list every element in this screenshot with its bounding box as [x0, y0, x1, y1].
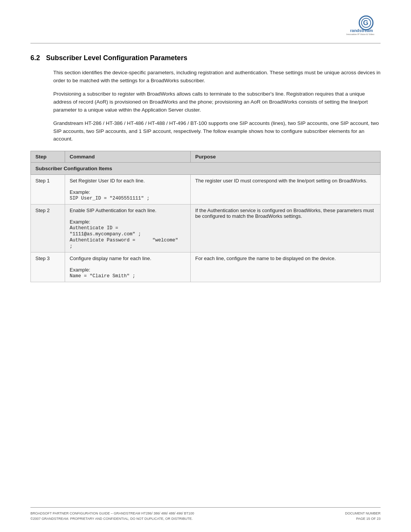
table-section-row: Subscriber Configuration Items	[31, 163, 381, 175]
col-header-purpose: Purpose	[191, 151, 381, 163]
paragraph-1: This section identifies the device-speci…	[53, 69, 381, 85]
step-2-purpose: If the Authentication service is configu…	[191, 204, 381, 252]
step-3-command: Configure display name for each line. Ex…	[65, 252, 191, 282]
section-number: 6.2	[30, 54, 40, 62]
footer-copyright: ©2007 GRANDSTREAM. PROPRIETARY AND CONFI…	[30, 517, 194, 521]
svg-text:Innovative IP Voice & Video: Innovative IP Voice & Video	[346, 33, 374, 35]
header: G randstream Innovative IP Voice & Video	[30, 15, 381, 37]
section-title: Subscriber Level Configuration Parameter…	[46, 54, 187, 62]
col-header-command: Command	[65, 151, 191, 163]
table-row: Step 3 Configure display name for each l…	[31, 252, 381, 282]
step-3-purpose: For each line, configure the name to be …	[191, 252, 381, 282]
paragraph-3: Grandstream HT-286 / HT-386 / HT-486 / H…	[53, 120, 381, 144]
footer-page-number: PAGE 15 OF 23	[356, 517, 381, 521]
step-2-label: Step 2	[31, 204, 65, 252]
section-row-label: Subscriber Configuration Items	[31, 163, 381, 175]
svg-text:G: G	[363, 19, 368, 27]
footer-left: BROADSOFT PARTNER CONFIGURATION GUIDE – …	[30, 511, 194, 521]
config-table: Step Command Purpose Subscriber Configur…	[30, 151, 381, 282]
footer-doc-title: BROADSOFT PARTNER CONFIGURATION GUIDE – …	[30, 511, 194, 515]
col-header-step: Step	[31, 151, 65, 163]
paragraph-2: Provisioning a subscriber to register wi…	[53, 90, 381, 114]
footer-right: DOCUMENT NUMBER PAGE 15 OF 23	[345, 511, 381, 521]
logo-area: G randstream Innovative IP Voice & Video	[342, 15, 381, 37]
footer-doc-number-label: DOCUMENT NUMBER	[345, 511, 381, 515]
header-divider	[30, 43, 381, 43]
footer: BROADSOFT PARTNER CONFIGURATION GUIDE – …	[30, 507, 381, 521]
step-3-label: Step 3	[31, 252, 65, 282]
step-1-command: Set Register User ID for each line. Exam…	[65, 175, 191, 204]
logo-image: G randstream Innovative IP Voice & Video	[342, 15, 381, 37]
page-container: G randstream Innovative IP Voice & Video…	[0, 0, 411, 532]
section-heading: 6.2 Subscriber Level Configuration Param…	[30, 54, 381, 62]
step-2-command: Enable SIP Authentication for each line.…	[65, 204, 191, 252]
step-1-label: Step 1	[31, 175, 65, 204]
table-row: Step 2 Enable SIP Authentication for eac…	[31, 204, 381, 252]
footer-divider	[30, 507, 381, 508]
table-row: Step 1 Set Register User ID for each lin…	[31, 175, 381, 204]
svg-text:randstream: randstream	[350, 28, 373, 33]
step-1-purpose: The register user ID must correspond wit…	[191, 175, 381, 204]
